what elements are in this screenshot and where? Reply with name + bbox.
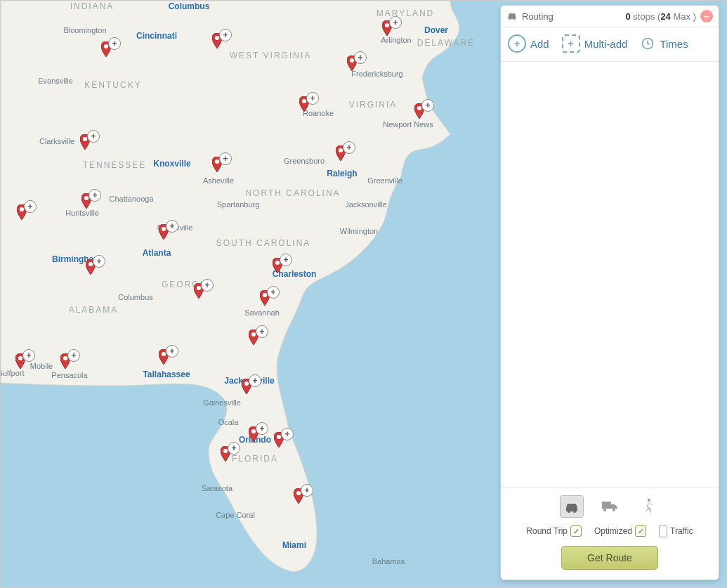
- get-route-button[interactable]: Get Route: [561, 546, 658, 570]
- pin-add-icon[interactable]: +: [219, 29, 232, 41]
- pin-add-icon[interactable]: +: [281, 428, 294, 440]
- map-pin[interactable]: +: [274, 432, 284, 447]
- stops-word: stops: [633, 11, 655, 22]
- svg-point-4: [302, 99, 306, 103]
- map-pin[interactable]: +: [17, 204, 27, 220]
- svg-point-7: [215, 159, 219, 164]
- pin-add-icon[interactable]: +: [280, 254, 292, 266]
- map-pin[interactable]: +: [260, 290, 270, 306]
- pin-add-icon[interactable]: +: [301, 484, 313, 497]
- panel-tools: + Add + Multi-add Times: [501, 27, 719, 62]
- traffic-toggle[interactable]: Traffic: [659, 525, 693, 537]
- svg-point-26: [648, 499, 650, 502]
- svg-point-13: [197, 286, 201, 290]
- pin-add-icon[interactable]: +: [22, 349, 35, 362]
- multi-add-label: Multi-add: [584, 38, 628, 50]
- pin-add-icon[interactable]: +: [249, 374, 261, 387]
- pin-add-icon[interactable]: +: [93, 255, 105, 268]
- pin-add-icon[interactable]: +: [166, 345, 178, 358]
- map-pin[interactable]: +: [81, 193, 91, 209]
- map-pin[interactable]: +: [159, 224, 169, 240]
- pin-add-icon[interactable]: +: [67, 349, 80, 362]
- svg-point-5: [417, 106, 421, 110]
- mode-car[interactable]: [560, 495, 584, 518]
- map-pin[interactable]: +: [86, 259, 96, 275]
- coastline: [1, 1, 459, 572]
- pin-add-icon[interactable]: +: [343, 141, 355, 154]
- round-trip-toggle[interactable]: Round Trip ✓: [526, 525, 582, 537]
- map-pin[interactable]: +: [294, 488, 303, 504]
- stops-count: 0: [625, 11, 630, 22]
- check-icon: ✓: [570, 525, 582, 537]
- panel-title: Routing: [522, 11, 554, 22]
- svg-point-12: [89, 262, 93, 266]
- plus-icon: +: [508, 34, 526, 53]
- map-pin[interactable]: +: [101, 41, 111, 57]
- map-pin[interactable]: +: [221, 446, 230, 462]
- svg-point-3: [350, 58, 354, 63]
- map-pin[interactable]: +: [15, 353, 25, 369]
- close-icon[interactable]: –: [700, 10, 713, 22]
- map-pin[interactable]: +: [194, 283, 204, 299]
- map-pin[interactable]: +: [336, 145, 346, 161]
- svg-point-1: [215, 36, 219, 40]
- svg-point-6: [83, 137, 87, 141]
- map-pin[interactable]: +: [242, 379, 251, 394]
- svg-point-22: [277, 435, 281, 439]
- map-pin[interactable]: +: [347, 55, 357, 71]
- clock-icon: [640, 36, 655, 51]
- optimized-toggle[interactable]: Optimized ✓: [594, 525, 646, 537]
- optimized-label: Optimized: [594, 526, 632, 536]
- round-trip-label: Round Trip: [526, 526, 568, 536]
- map-pin[interactable]: +: [212, 157, 222, 172]
- map-pin[interactable]: +: [80, 134, 90, 150]
- stops-summary: 0 stops (24 Max ) –: [625, 10, 713, 22]
- pin-add-icon[interactable]: +: [228, 442, 240, 455]
- pin-add-icon[interactable]: +: [256, 325, 268, 338]
- svg-point-11: [162, 227, 166, 231]
- pin-add-icon[interactable]: +: [201, 279, 214, 292]
- svg-point-18: [63, 356, 67, 360]
- add-button[interactable]: + Add: [508, 34, 549, 53]
- pin-add-icon[interactable]: +: [89, 189, 101, 202]
- pin-add-icon[interactable]: +: [256, 422, 268, 435]
- mode-truck[interactable]: [599, 495, 622, 516]
- pin-add-icon[interactable]: +: [306, 92, 319, 105]
- svg-point-9: [84, 196, 89, 200]
- pin-add-icon[interactable]: +: [267, 286, 280, 299]
- map-pin[interactable]: +: [414, 103, 424, 119]
- multi-plus-icon: +: [562, 34, 580, 53]
- svg-point-24: [296, 491, 301, 495]
- pin-add-icon[interactable]: +: [108, 37, 121, 50]
- times-button[interactable]: Times: [640, 36, 688, 51]
- svg-point-23: [223, 449, 228, 453]
- pin-add-icon[interactable]: +: [421, 99, 434, 112]
- land-mass: [1, 1, 506, 588]
- pin-add-icon[interactable]: +: [87, 130, 100, 143]
- map-pin[interactable]: +: [249, 426, 258, 442]
- map-pin[interactable]: +: [212, 33, 222, 48]
- mode-walk[interactable]: [637, 495, 660, 516]
- multi-add-button[interactable]: + Multi-add: [562, 34, 628, 53]
- map-pin[interactable]: +: [60, 353, 70, 369]
- svg-point-16: [251, 332, 256, 337]
- pin-add-icon[interactable]: +: [24, 200, 37, 213]
- map-pin[interactable]: +: [299, 96, 309, 112]
- svg-point-19: [162, 352, 166, 356]
- pin-add-icon[interactable]: +: [219, 152, 232, 165]
- svg-point-2: [385, 23, 389, 27]
- map-pin[interactable]: +: [382, 20, 392, 36]
- pin-add-icon[interactable]: +: [389, 16, 402, 29]
- pin-add-icon[interactable]: +: [166, 220, 178, 233]
- routing-panel: Routing 0 stops (24 Max ) – + Add + Mult…: [500, 5, 719, 580]
- map-pin[interactable]: +: [249, 329, 258, 345]
- stops-max: 24: [660, 11, 670, 22]
- panel-footer: Round Trip ✓ Optimized ✓ Traffic Get Rou…: [501, 488, 719, 580]
- stops-list-empty: [501, 62, 719, 488]
- route-options: Round Trip ✓ Optimized ✓ Traffic: [508, 525, 712, 537]
- map-pin[interactable]: +: [159, 349, 169, 365]
- traffic-label: Traffic: [670, 526, 693, 536]
- pin-add-icon[interactable]: +: [354, 51, 367, 64]
- map-pin[interactable]: +: [273, 258, 282, 273]
- add-label: Add: [530, 38, 549, 50]
